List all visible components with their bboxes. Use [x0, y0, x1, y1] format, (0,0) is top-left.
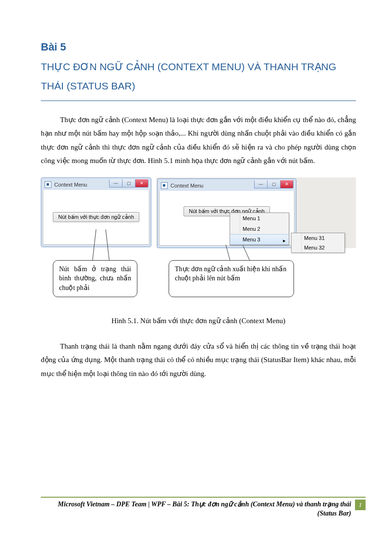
- callout-normal: Nút bấm ở trạng thái bình thường, chưa n…: [53, 260, 137, 297]
- page-title: THỰC ĐƠN NGỮ CẢNH (CONTEXT MENU) VÀ THAN…: [41, 57, 356, 96]
- context-menu[interactable]: Menu 1 Menu 2 Menu 3▸: [230, 213, 289, 245]
- paragraph-1: Thực đơn ngữ cảnh (Context Menu) là loại…: [41, 113, 356, 168]
- page-footer: Microsoft Vietnam – DPE Team | WPF – Bài…: [41, 497, 366, 518]
- context-submenu[interactable]: Menu 31 Menu 32: [291, 233, 345, 253]
- window-buttons: — ▢ ✕: [110, 179, 148, 188]
- maximize-button[interactable]: ▢: [267, 180, 281, 188]
- submenu-arrow-icon: ▸: [283, 238, 286, 244]
- footer-text: Microsoft Vietnam – DPE Team | WPF – Bài…: [41, 500, 355, 518]
- submenu-item-2[interactable]: Menu 32: [292, 243, 344, 252]
- window-with-menu-area: Context Menu — ▢ ✕ Nút bấm với thực đơn …: [156, 177, 356, 248]
- menu-item-3[interactable]: Menu 3▸: [230, 234, 289, 245]
- paragraph-2: Thanh trạng thái là thanh nằm ngang dưới…: [41, 339, 356, 381]
- callout-menu: Thực đơn ngữ cảnh xuất hiện khi nhấn chu…: [169, 260, 294, 297]
- figure-row: Context Menu — ▢ ✕ Nút bấm với thực đơn …: [41, 177, 356, 248]
- close-button[interactable]: ✕: [280, 180, 294, 188]
- window-normal: Context Menu — ▢ ✕ Nút bấm với thực đơn …: [41, 177, 151, 247]
- page-number: 1: [355, 500, 366, 510]
- window-title: Context Menu: [54, 182, 87, 188]
- lesson-number: Bài 5: [41, 41, 356, 53]
- window-titlebar: Context Menu — ▢ ✕: [43, 179, 149, 190]
- window-client: Nút bấm với thực đơn ngữ cảnh: [43, 190, 149, 245]
- menu-item-1[interactable]: Menu 1: [230, 213, 289, 224]
- title-divider: [41, 100, 356, 101]
- app-icon: [45, 181, 51, 188]
- submenu-item-1[interactable]: Menu 31: [292, 233, 344, 243]
- figure-caption: Hình 5.1. Nút bấm với thực đơn ngữ cảnh …: [41, 316, 356, 325]
- close-button[interactable]: ✕: [135, 179, 148, 188]
- callouts-row: Nút bấm ở trạng thái bình thường, chưa n…: [41, 260, 356, 297]
- window-title: Context Menu: [171, 183, 203, 188]
- menu-item-2[interactable]: Menu 2: [230, 224, 289, 234]
- window-buttons: — ▢ ✕: [255, 180, 294, 188]
- maximize-button[interactable]: ▢: [122, 179, 135, 188]
- window-with-menu: Context Menu — ▢ ✕ Nút bấm với thực đơn …: [157, 178, 296, 248]
- minimize-button[interactable]: —: [109, 179, 122, 188]
- window-titlebar: Context Menu — ▢ ✕: [159, 180, 294, 191]
- app-icon: [161, 182, 168, 189]
- minimize-button[interactable]: —: [254, 180, 268, 188]
- footer-divider: [41, 497, 366, 498]
- context-button[interactable]: Nút bấm với thực đơn ngữ cảnh: [53, 212, 139, 222]
